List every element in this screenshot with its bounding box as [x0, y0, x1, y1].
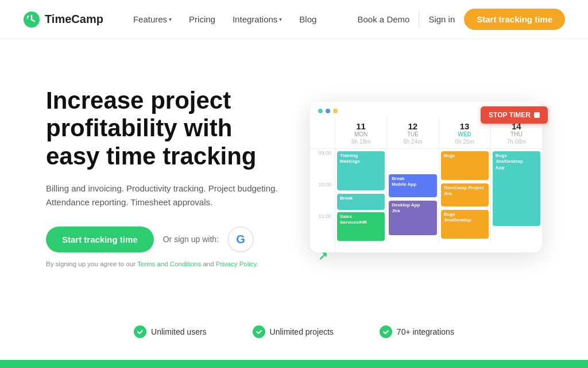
- cal-col-mon: TrainingMeetings Break SalesServices/HR: [335, 149, 387, 244]
- dot-blue: [326, 109, 330, 113]
- features-strip: Unlimited users Unlimited projects 70+ i…: [0, 309, 588, 354]
- calendar-body: 09:00 10:00 11:00 TrainingMeetings Break…: [310, 149, 542, 252]
- terms-link[interactable]: Terms and Conditions: [137, 260, 201, 267]
- or-signup-text: Or sign up with:: [163, 235, 219, 244]
- event-sales: SalesServices/HR: [337, 212, 385, 241]
- checkmark-icon: [382, 328, 389, 335]
- check-circle-projects: [253, 325, 265, 338]
- feature-label-projects: Unlimited projects: [270, 327, 334, 336]
- event-break-tue: BreakMobile App: [389, 174, 436, 197]
- cal-time-labels: 09:00 10:00 11:00: [310, 149, 335, 252]
- dot-yellow: [333, 109, 338, 113]
- checkmark-icon: [256, 328, 262, 335]
- feature-unlimited-users: Unlimited users: [134, 325, 206, 338]
- cal-col-thu: BugsJira/DesktopApp: [491, 149, 542, 244]
- hero-left: Increase project profitability with easy…: [46, 87, 287, 267]
- feature-integrations: 70+ integrations: [380, 325, 454, 338]
- stop-timer-button[interactable]: STOP TIMER: [481, 106, 548, 124]
- cal-time-col: [310, 118, 335, 148]
- nav-features[interactable]: Features ▾: [126, 10, 179, 29]
- event-break-mon: Break: [337, 194, 385, 210]
- event-bugs-thu: BugsJira/DesktopApp: [493, 151, 540, 226]
- hero-cta-button[interactable]: Start tracking time: [46, 227, 154, 252]
- terms-text: By signing up you agree to our Terms and…: [46, 260, 287, 267]
- sign-in-button[interactable]: Sign in: [428, 14, 455, 24]
- dot-teal: [318, 109, 323, 113]
- google-signup-button[interactable]: G: [228, 227, 253, 252]
- cal-col-wed: Bugs TimeCamp ProjectJira BugsJira/Deskt…: [439, 149, 491, 244]
- nav-divider: [419, 12, 419, 28]
- logo-icon: [23, 11, 40, 28]
- trusted-banner: Trusted by 18,000 teams from all over th…: [0, 360, 588, 368]
- arrow-decoration: ↗: [318, 249, 328, 263]
- calendar-preview: 11 MON 6h 18m 12 TUE 6h 24m 13 WED 6h 26…: [310, 102, 542, 252]
- hero-section: Increase project profitability with easy…: [0, 39, 588, 304]
- feature-label-users: Unlimited users: [151, 327, 206, 336]
- features-chevron-icon: ▾: [169, 16, 172, 22]
- nav-start-tracking-button[interactable]: Start tracking time: [464, 9, 565, 30]
- cal-day-mon: 11 MON 6h 18m: [335, 118, 387, 148]
- hero-subtitle: Billing and invoicing. Productivity trac…: [46, 182, 287, 209]
- cal-day-tue: 12 TUE 6h 24m: [387, 118, 439, 148]
- event-timecamp-proj: TimeCamp ProjectJira: [441, 183, 489, 206]
- hero-actions: Start tracking time Or sign up with: G: [46, 227, 287, 252]
- event-desktop-app: Desktop AppJira: [389, 201, 436, 235]
- cal-col-tue: BreakMobile App Desktop AppJira: [387, 149, 439, 244]
- check-circle-integrations: [380, 325, 392, 338]
- nav-right: Book a Demo Sign in Start tracking time: [358, 9, 565, 30]
- logo[interactable]: TimeCamp: [23, 11, 103, 28]
- nav-integrations[interactable]: Integrations ▾: [226, 10, 289, 29]
- feature-label-integrations: 70+ integrations: [397, 327, 454, 336]
- hero-right: 11 MON 6h 18m 12 TUE 6h 24m 13 WED 6h 26…: [310, 102, 542, 252]
- nav-links: Features ▾ Pricing Integrations ▾ Blog: [126, 10, 358, 29]
- cal-columns: TrainingMeetings Break SalesServices/HR …: [335, 149, 542, 252]
- privacy-link[interactable]: Privacy Policy: [216, 260, 257, 267]
- event-bugs-wed1: Bugs: [441, 151, 489, 180]
- book-demo-button[interactable]: Book a Demo: [358, 14, 410, 24]
- nav-pricing[interactable]: Pricing: [182, 10, 222, 29]
- logo-text: TimeCamp: [45, 13, 103, 26]
- check-circle-users: [134, 325, 146, 338]
- event-bugs-wed2: BugsJira/Desktop: [441, 210, 489, 239]
- stop-icon: [534, 112, 540, 118]
- navbar: TimeCamp Features ▾ Pricing Integrations…: [0, 0, 588, 39]
- event-training: TrainingMeetings: [337, 151, 385, 190]
- checkmark-icon: [137, 328, 144, 335]
- nav-blog[interactable]: Blog: [292, 10, 323, 29]
- feature-unlimited-projects: Unlimited projects: [253, 325, 334, 338]
- integrations-chevron-icon: ▾: [279, 16, 282, 22]
- hero-title: Increase project profitability with easy…: [46, 87, 287, 170]
